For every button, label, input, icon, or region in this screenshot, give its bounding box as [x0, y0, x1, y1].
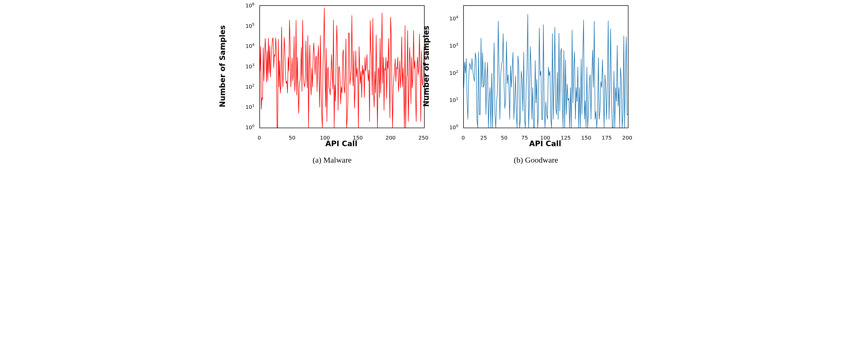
caption-tag: (b)	[514, 155, 523, 164]
x-tick-label: 0	[257, 135, 261, 141]
plot-svg	[260, 6, 424, 128]
x-tick-label: 200	[385, 135, 396, 141]
figure-row: Number of Samples10010110210310410510605…	[5, 5, 863, 165]
subfigure-b: Number of samples10010110210310402550751…	[445, 5, 627, 165]
y-tick-label: 103	[449, 42, 458, 49]
x-tick-label: 75	[521, 135, 528, 141]
subfigure-caption: (a) Malware	[313, 155, 351, 165]
x-tick-label: 25	[480, 135, 487, 141]
y-tick-label: 106	[245, 2, 254, 9]
y-tick-label: 100	[245, 124, 254, 130]
x-axis-label: API Call	[259, 139, 424, 148]
x-tick-label: 200	[622, 135, 632, 141]
x-tick-label: 100	[320, 135, 330, 141]
data-line	[260, 8, 424, 128]
plot-frame	[463, 5, 628, 128]
x-tick-label: 50	[289, 135, 296, 141]
x-tick-label: 250	[418, 135, 428, 141]
plot-svg	[464, 6, 628, 128]
x-tick-label: 50	[501, 135, 507, 141]
plot-box: Number of Samples10010110210310410510605…	[241, 5, 424, 127]
data-line	[464, 14, 628, 128]
y-tick-label: 104	[449, 15, 458, 22]
caption-tag: (a)	[313, 155, 321, 164]
plot-box: Number of samples10010110210310402550751…	[445, 5, 627, 127]
y-tick-label: 102	[245, 83, 254, 90]
subfigure-a: Number of Samples10010110210310410510605…	[241, 5, 424, 165]
caption-text: Goodware	[525, 155, 558, 164]
x-tick-label: 100	[540, 135, 550, 141]
x-tick-label: 175	[602, 135, 612, 141]
x-tick-label: 150	[581, 135, 591, 141]
y-axis-label: Number of samples	[422, 26, 430, 107]
y-tick-label: 101	[245, 103, 254, 111]
y-tick-label: 105	[245, 22, 254, 29]
y-tick-label: 104	[245, 42, 254, 50]
x-tick-label: 125	[561, 135, 571, 141]
plot-frame	[259, 5, 425, 128]
x-tick-label: 0	[461, 135, 465, 141]
y-tick-label: 102	[449, 69, 458, 76]
subfigure-caption: (b) Goodware	[514, 155, 558, 165]
y-tick-label: 100	[449, 124, 458, 130]
y-tick-label: 103	[245, 63, 254, 70]
y-tick-label: 101	[449, 96, 458, 103]
y-axis-label: Number of Samples	[218, 25, 226, 107]
x-tick-label: 150	[352, 135, 363, 141]
caption-text: Malware	[323, 155, 352, 164]
